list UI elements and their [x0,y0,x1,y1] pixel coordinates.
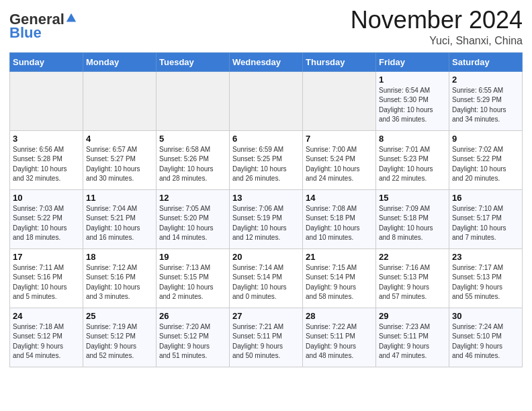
calendar-cell: 6Sunrise: 6:59 AM Sunset: 5:25 PM Daylig… [230,130,303,189]
day-info: Sunrise: 6:54 AM Sunset: 5:30 PM Dayligh… [379,86,446,125]
day-number: 20 [232,252,300,262]
calendar-cell [10,71,83,130]
day-number: 24 [13,311,80,321]
day-info: Sunrise: 7:22 AM Sunset: 5:11 PM Dayligh… [306,322,373,361]
day-info: Sunrise: 7:14 AM Sunset: 5:14 PM Dayligh… [232,263,300,302]
calendar-header-monday: Monday [83,52,157,71]
calendar-cell: 19Sunrise: 7:13 AM Sunset: 5:15 PM Dayli… [157,248,230,308]
calendar-cell: 1Sunrise: 6:54 AM Sunset: 5:30 PM Daylig… [376,71,449,130]
day-number: 10 [13,193,80,203]
day-number: 19 [159,252,226,262]
day-number: 14 [306,193,373,203]
day-number: 30 [452,311,519,321]
day-number: 1 [379,75,446,85]
calendar-cell: 21Sunrise: 7:15 AM Sunset: 5:14 PM Dayli… [303,248,376,308]
day-number: 3 [13,134,80,144]
day-info: Sunrise: 7:02 AM Sunset: 5:22 PM Dayligh… [452,145,519,184]
logo-icon [65,12,77,24]
day-info: Sunrise: 7:23 AM Sunset: 5:11 PM Dayligh… [379,322,446,361]
day-number: 2 [452,75,519,85]
calendar-cell: 3Sunrise: 6:56 AM Sunset: 5:28 PM Daylig… [10,130,83,189]
calendar-cell: 23Sunrise: 7:17 AM Sunset: 5:13 PM Dayli… [449,248,523,308]
day-number: 29 [379,311,446,321]
day-number: 6 [232,134,300,144]
day-number: 4 [86,134,153,144]
calendar-header-tuesday: Tuesday [157,52,230,71]
day-info: Sunrise: 7:21 AM Sunset: 5:11 PM Dayligh… [232,322,300,361]
logo-area: General Blue [9,12,77,42]
calendar-table: SundayMondayTuesdayWednesdayThursdayFrid… [9,52,523,367]
day-number: 28 [306,311,373,321]
calendar-cell: 26Sunrise: 7:20 AM Sunset: 5:12 PM Dayli… [157,308,230,367]
calendar-week-3: 17Sunrise: 7:11 AM Sunset: 5:16 PM Dayli… [10,248,523,308]
calendar-cell: 28Sunrise: 7:22 AM Sunset: 5:11 PM Dayli… [303,308,376,367]
calendar-header-thursday: Thursday [303,52,376,71]
title-area: November 2024 Yuci, Shanxi, China [351,7,523,47]
calendar-header-sunday: Sunday [10,52,83,71]
day-number: 5 [159,134,226,144]
calendar-cell [230,71,303,130]
day-info: Sunrise: 7:05 AM Sunset: 5:20 PM Dayligh… [159,204,226,243]
calendar-cell [303,71,376,130]
day-info: Sunrise: 6:55 AM Sunset: 5:29 PM Dayligh… [452,86,519,125]
calendar-week-4: 24Sunrise: 7:18 AM Sunset: 5:12 PM Dayli… [10,308,523,367]
day-info: Sunrise: 7:10 AM Sunset: 5:17 PM Dayligh… [452,204,519,243]
calendar-week-1: 3Sunrise: 6:56 AM Sunset: 5:28 PM Daylig… [10,130,523,189]
calendar-cell: 29Sunrise: 7:23 AM Sunset: 5:11 PM Dayli… [376,308,449,367]
day-info: Sunrise: 7:17 AM Sunset: 5:13 PM Dayligh… [452,263,519,302]
calendar-cell: 27Sunrise: 7:21 AM Sunset: 5:11 PM Dayli… [230,308,303,367]
calendar-cell: 2Sunrise: 6:55 AM Sunset: 5:29 PM Daylig… [449,71,523,130]
day-info: Sunrise: 6:59 AM Sunset: 5:25 PM Dayligh… [232,145,300,184]
month-title: November 2024 [351,7,523,34]
day-number: 26 [159,311,226,321]
calendar-cell: 10Sunrise: 7:03 AM Sunset: 5:22 PM Dayli… [10,189,83,248]
day-info: Sunrise: 7:16 AM Sunset: 5:13 PM Dayligh… [379,263,446,302]
day-number: 23 [452,252,519,262]
day-info: Sunrise: 7:01 AM Sunset: 5:23 PM Dayligh… [379,145,446,184]
day-number: 12 [159,193,226,203]
day-info: Sunrise: 6:57 AM Sunset: 5:27 PM Dayligh… [86,145,153,184]
day-number: 13 [232,193,300,203]
day-number: 17 [13,252,80,262]
calendar-cell: 7Sunrise: 7:00 AM Sunset: 5:24 PM Daylig… [303,130,376,189]
logo-blue-text: Blue [9,24,42,42]
day-info: Sunrise: 7:04 AM Sunset: 5:21 PM Dayligh… [86,204,153,243]
calendar-week-0: 1Sunrise: 6:54 AM Sunset: 5:30 PM Daylig… [10,71,523,130]
day-number: 22 [379,252,446,262]
day-info: Sunrise: 7:00 AM Sunset: 5:24 PM Dayligh… [306,145,373,184]
calendar-cell: 30Sunrise: 7:24 AM Sunset: 5:10 PM Dayli… [449,308,523,367]
header: General Blue November 2024 Yuci, Shanxi,… [9,7,523,47]
calendar-cell: 24Sunrise: 7:18 AM Sunset: 5:12 PM Dayli… [10,308,83,367]
calendar-week-2: 10Sunrise: 7:03 AM Sunset: 5:22 PM Dayli… [10,189,523,248]
calendar-cell: 9Sunrise: 7:02 AM Sunset: 5:22 PM Daylig… [449,130,523,189]
calendar-header-friday: Friday [376,52,449,71]
calendar-cell: 12Sunrise: 7:05 AM Sunset: 5:20 PM Dayli… [157,189,230,248]
day-number: 25 [86,311,153,321]
day-info: Sunrise: 7:12 AM Sunset: 5:16 PM Dayligh… [86,263,153,302]
day-number: 18 [86,252,153,262]
calendar-cell: 5Sunrise: 6:58 AM Sunset: 5:26 PM Daylig… [157,130,230,189]
day-number: 15 [379,193,446,203]
calendar-cell: 18Sunrise: 7:12 AM Sunset: 5:16 PM Dayli… [83,248,157,308]
day-number: 7 [306,134,373,144]
calendar-header-wednesday: Wednesday [230,52,303,71]
day-info: Sunrise: 7:15 AM Sunset: 5:14 PM Dayligh… [306,263,373,302]
calendar-cell: 20Sunrise: 7:14 AM Sunset: 5:14 PM Dayli… [230,248,303,308]
calendar-cell: 11Sunrise: 7:04 AM Sunset: 5:21 PM Dayli… [83,189,157,248]
calendar-cell: 8Sunrise: 7:01 AM Sunset: 5:23 PM Daylig… [376,130,449,189]
calendar-cell: 16Sunrise: 7:10 AM Sunset: 5:17 PM Dayli… [449,189,523,248]
page: General Blue November 2024 Yuci, Shanxi,… [0,0,532,377]
day-info: Sunrise: 7:03 AM Sunset: 5:22 PM Dayligh… [13,204,80,243]
day-info: Sunrise: 7:08 AM Sunset: 5:18 PM Dayligh… [306,204,373,243]
calendar-header-saturday: Saturday [449,52,523,71]
calendar-cell: 4Sunrise: 6:57 AM Sunset: 5:27 PM Daylig… [83,130,157,189]
day-info: Sunrise: 7:18 AM Sunset: 5:12 PM Dayligh… [13,322,80,361]
day-info: Sunrise: 6:56 AM Sunset: 5:28 PM Dayligh… [13,145,80,184]
calendar-cell [157,71,230,130]
day-info: Sunrise: 7:13 AM Sunset: 5:15 PM Dayligh… [159,263,226,302]
calendar-cell: 13Sunrise: 7:06 AM Sunset: 5:19 PM Dayli… [230,189,303,248]
day-number: 9 [452,134,519,144]
day-info: Sunrise: 7:24 AM Sunset: 5:10 PM Dayligh… [452,322,519,361]
day-info: Sunrise: 7:11 AM Sunset: 5:16 PM Dayligh… [13,263,80,302]
calendar-cell [83,71,157,130]
